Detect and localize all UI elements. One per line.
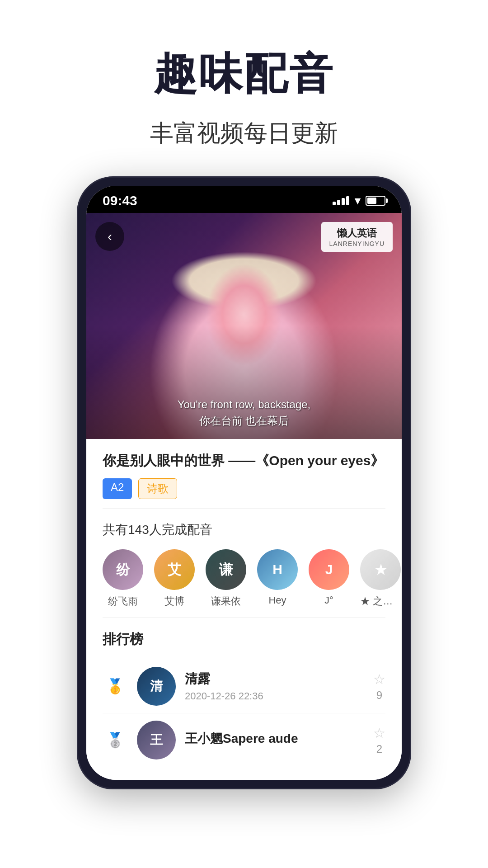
brand-name-cn: 懒人英语 xyxy=(329,226,385,240)
avatar-circle: ★ xyxy=(360,549,401,590)
leaderboard-score: ☆9 xyxy=(373,671,385,702)
phone-inner: 09:43 ▾ xyxy=(86,186,402,780)
avatar-item[interactable]: 纷纷飞雨 xyxy=(103,549,143,608)
star-icon: ☆ xyxy=(373,671,385,687)
avatar-circle: 艾 xyxy=(154,549,195,590)
leaderboard-score: ☆2 xyxy=(373,725,385,755)
leaderboard-name: 清露 xyxy=(185,670,364,688)
promo-subtitle: 丰富视频每日更新 xyxy=(18,118,470,149)
phone-mockup: 09:43 ▾ xyxy=(77,176,411,789)
status-bar: 09:43 ▾ xyxy=(86,186,402,213)
leaderboard-section: 排行榜 🥇清清露2020-12-26 22:36☆9🥈王王小魍Sapere au… xyxy=(103,618,385,780)
status-time: 09:43 xyxy=(103,193,137,208)
rank-icon: 🥈 xyxy=(103,727,128,753)
song-title-row: 你是别人眼中的世界 ——《Open your eyes》 A2 诗歌 xyxy=(103,439,385,509)
signal-bars-icon xyxy=(333,196,349,205)
avatar-circle: J xyxy=(309,549,349,590)
subtitle-chinese: 你在台前 也在幕后 xyxy=(95,414,393,428)
score-number: 2 xyxy=(376,743,382,755)
score-number: 9 xyxy=(376,689,382,702)
phone-wrapper: 09:43 ▾ xyxy=(0,176,488,789)
leaderboard-item[interactable]: 🥈王王小魍Sapere aude☆2 xyxy=(103,713,385,767)
leaderboard-info: 清露2020-12-26 22:36 xyxy=(185,670,364,702)
avatar-circle: 谦 xyxy=(206,549,246,590)
leaderboard-name: 王小魍Sapere aude xyxy=(185,730,364,747)
promo-title: 趣味配音 xyxy=(18,45,470,104)
leaderboard-item[interactable]: 🥇清清露2020-12-26 22:36☆9 xyxy=(103,660,385,713)
avatar-circle: 纷 xyxy=(103,549,143,590)
battery-icon xyxy=(366,196,385,206)
avatar-name: ★ 之久... xyxy=(360,594,401,608)
leaderboard-info: 王小魍Sapere aude xyxy=(185,730,364,750)
avatar-name: 纷飞雨 xyxy=(108,594,138,608)
back-icon: ‹ xyxy=(108,229,112,244)
video-area: ‹ 懒人英语 LANRENYINGYU You're front row, ba… xyxy=(86,213,402,439)
tags-row: A2 诗歌 xyxy=(103,478,385,499)
star-icon: ☆ xyxy=(373,725,385,741)
subtitle-english: You're front row, backstage, xyxy=(95,398,393,411)
leaderboard-avatar: 王 xyxy=(137,721,176,760)
avatars-row: 纷纷飞雨艾艾博谦谦果依HHeyJJ°★★ 之久...KKristin雨 xyxy=(103,549,385,608)
promo-section: 趣味配音 丰富视频每日更新 xyxy=(0,0,488,176)
brand-name-en: LANRENYINGYU xyxy=(329,240,385,247)
brand-watermark: 懒人英语 LANRENYINGYU xyxy=(321,222,393,252)
avatar-name: J° xyxy=(324,594,333,606)
avatar-name: 谦果依 xyxy=(211,594,241,608)
content-section: 你是别人眼中的世界 ——《Open your eyes》 A2 诗歌 共有143… xyxy=(86,439,402,780)
avatar-item[interactable]: 谦谦果依 xyxy=(206,549,246,608)
avatar-name: 艾博 xyxy=(164,594,184,608)
avatar-item[interactable]: JJ° xyxy=(309,549,349,606)
avatar-item[interactable]: ★★ 之久... xyxy=(360,549,401,608)
tag-genre: 诗歌 xyxy=(138,478,177,499)
rank-icon: 🥇 xyxy=(103,674,128,699)
avatar-item[interactable]: HHey xyxy=(257,549,298,606)
subtitle-overlay: You're front row, backstage, 你在台前 也在幕后 xyxy=(86,398,402,428)
back-button[interactable]: ‹ xyxy=(95,222,124,251)
leaderboard-date: 2020-12-26 22:36 xyxy=(185,690,364,702)
avatar-item[interactable]: 艾艾博 xyxy=(154,549,195,608)
completion-title: 共有143人完成配音 xyxy=(103,521,385,538)
status-icons: ▾ xyxy=(333,194,385,207)
leaderboard-title: 排行榜 xyxy=(103,630,385,649)
leaderboard-avatar: 清 xyxy=(137,667,176,706)
tag-level: A2 xyxy=(103,478,132,499)
song-title: 你是别人眼中的世界 ——《Open your eyes》 xyxy=(103,452,385,470)
avatar-circle: H xyxy=(257,549,298,590)
wifi-icon: ▾ xyxy=(355,194,360,207)
completion-section: 共有143人完成配音 纷纷飞雨艾艾博谦谦果依HHeyJJ°★★ 之久...KKr… xyxy=(103,509,385,618)
avatar-name: Hey xyxy=(268,594,286,606)
